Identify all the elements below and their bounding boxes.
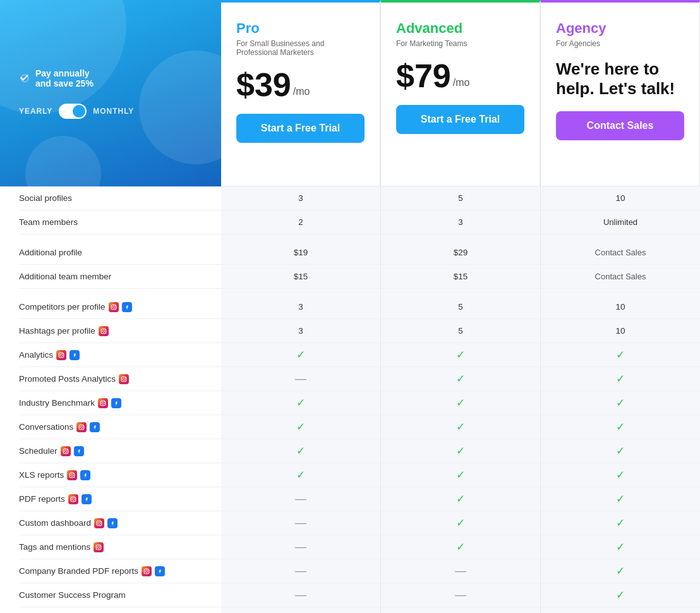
check-mark: ✓: [456, 396, 465, 410]
val-cell-agency-8: ✓: [541, 343, 700, 367]
svg-point-13: [102, 402, 104, 404]
check-mark: ✓: [616, 588, 625, 602]
instagram-icon: [67, 470, 77, 480]
svg-point-29: [100, 521, 101, 521]
check-mark: ✓: [296, 468, 305, 482]
val-cell-advanced-1: 3: [381, 210, 540, 234]
see-full-features-link[interactable]: See full list of features: [0, 607, 221, 613]
val-cell-pro-1: 2: [221, 210, 380, 234]
instagram-icon: [94, 518, 104, 528]
val-cell-pro-8: ✓: [221, 343, 380, 367]
val-cell-advanced-10: ✓: [381, 391, 540, 415]
facebook-icon: [111, 398, 121, 408]
val-cell-agency-17: ✓: [541, 559, 700, 583]
val-cell-agency-4: Contact Sales: [541, 265, 700, 289]
feature-label-0: Social profiles: [19, 186, 221, 210]
pay-annually-text: Pay annually: [35, 68, 94, 78]
dash-mark: —: [455, 588, 466, 602]
val-cell-pro-5: [221, 289, 380, 295]
instagram-icon: [119, 374, 129, 384]
facebook-icon: [122, 302, 132, 312]
svg-point-25: [72, 498, 75, 501]
svg-point-16: [80, 426, 83, 428]
see-full-features[interactable]: See full list of features: [0, 607, 221, 613]
feature-label-18: Customer Success Program: [19, 583, 221, 607]
feature-label-4: Additional team member: [19, 265, 221, 289]
val-cell-pro-12: ✓: [221, 439, 380, 463]
plan-tagline-advanced: For Marketing Teams: [396, 39, 524, 48]
val-cell-pro-13: ✓: [221, 463, 380, 487]
val-cell-advanced-11: ✓: [381, 415, 540, 439]
check-mark: ✓: [616, 444, 625, 458]
svg-point-17: [83, 425, 83, 425]
val-cell-pro-0: 3: [221, 186, 380, 210]
feature-label-11: Conversations: [19, 415, 221, 439]
cta-button-pro[interactable]: Start a Free Trial: [236, 114, 365, 143]
val-cell-advanced-16: ✓: [381, 535, 540, 559]
val-cell-pro-14: —: [221, 487, 380, 511]
dash-mark: —: [295, 588, 306, 602]
price-amount-advanced: $79: [396, 59, 451, 92]
val-cell-pro-9: —: [221, 367, 380, 391]
val-cell-advanced-5: [381, 289, 540, 295]
price-amount-pro: $39: [236, 68, 291, 101]
facebook-icon: [74, 446, 84, 456]
check-mark: ✓: [616, 492, 625, 506]
check-mark: ✓: [616, 396, 625, 410]
val-cell-advanced-2: [381, 234, 540, 241]
val-cell-advanced-9: ✓: [381, 367, 540, 391]
val-cell-agency-6: 10: [541, 295, 700, 319]
val-cell-advanced-13: ✓: [381, 463, 540, 487]
check-mark: ✓: [456, 540, 465, 554]
check-mark: ✓: [456, 468, 465, 482]
check-mark: ✓: [616, 468, 625, 482]
plan-card-agency: Agency For Agencies We're here to help. …: [540, 0, 700, 186]
check-mark: ✓: [616, 348, 625, 361]
plan-cards: Pro For Small Businesses and Professiona…: [221, 0, 700, 186]
svg-point-7: [60, 354, 63, 356]
val-cell-pro-6: 3: [221, 295, 380, 319]
check-mark: ✓: [456, 492, 465, 506]
plan-price-pro: $39 /mo: [236, 68, 365, 101]
billing-toggle-track[interactable]: [59, 104, 87, 119]
svg-point-4: [102, 330, 105, 332]
svg-point-1: [112, 306, 115, 308]
plan-card-advanced: Advanced For Marketing Teams $79 /mo Sta…: [380, 0, 540, 186]
check-mark: ✓: [616, 372, 625, 385]
facebook-icon: [90, 422, 100, 432]
plan-name-agency: Agency: [556, 20, 684, 37]
val-cell-advanced-18: —: [381, 583, 540, 607]
contact-sales-value: Contact Sales: [595, 272, 646, 281]
save-text: and save 25%: [35, 78, 94, 88]
svg-point-20: [67, 449, 68, 449]
cta-button-agency[interactable]: Contact Sales: [556, 111, 684, 140]
instagram-icon: [109, 302, 119, 312]
val-cell-agency-16: ✓: [541, 535, 700, 559]
val-cell-agency-13: ✓: [541, 463, 700, 487]
val-cell-pro-18: —: [221, 583, 380, 607]
feature-label-8: Analytics: [19, 343, 221, 367]
feature-label-12: Scheduler: [19, 439, 221, 463]
dash-mark: —: [295, 516, 306, 530]
svg-point-28: [98, 522, 100, 525]
instagram-icon: [68, 494, 78, 504]
check-mark: ✓: [456, 516, 465, 530]
svg-point-23: [73, 473, 74, 473]
val-cell-pro-7: 3: [221, 319, 380, 343]
feature-label-9: Promoted Posts Analytics: [19, 367, 221, 391]
val-cell-agency-15: ✓: [541, 511, 700, 535]
plan-price-advanced: $79 /mo: [396, 59, 524, 92]
check-mark: ✓: [616, 516, 625, 530]
val-cell-advanced-3: $29: [381, 241, 540, 265]
instagram-icon: [61, 446, 71, 456]
check-mark: ✓: [456, 444, 465, 458]
feature-label-14: PDF reports: [19, 487, 221, 511]
plan-tagline-pro: For Small Businesses and Professional Ma…: [236, 39, 365, 57]
cta-button-advanced[interactable]: Start a Free Trial: [396, 105, 524, 134]
values-col-agency: 10UnlimitedContact SalesContact Sales101…: [540, 186, 700, 613]
billing-toggle[interactable]: YEARLY MONTHLY: [19, 104, 202, 119]
feature-label-10: Industry Benchmark: [19, 391, 221, 415]
feature-label-3: Additional profile: [19, 241, 221, 265]
facebook-icon: [81, 494, 92, 504]
feature-label-6: Competitors per profile: [19, 295, 221, 319]
